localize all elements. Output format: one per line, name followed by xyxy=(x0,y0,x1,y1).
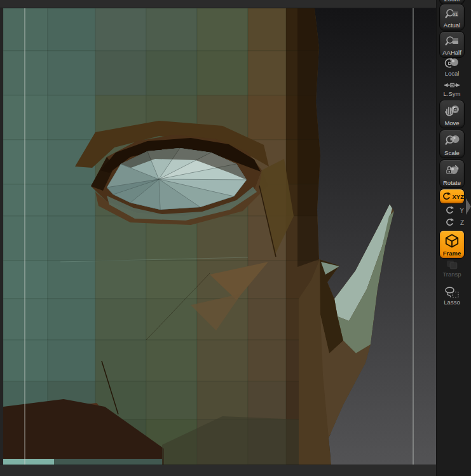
cube-icon xyxy=(440,232,464,250)
scale-sphere-icon xyxy=(440,132,464,149)
rotate-arrow-icon xyxy=(440,205,458,215)
shelf-item-aahalf[interactable]: AAHalf xyxy=(440,32,464,57)
magnifier-half-icon xyxy=(440,33,464,49)
shelf-item-label: Scale xyxy=(444,149,460,156)
magnifier-x1-icon: x1 xyxy=(440,6,464,22)
shelf-item-scale[interactable]: Scale xyxy=(440,130,464,158)
shelf-item-label: XYZ xyxy=(453,193,464,200)
shelf-item-label: AAHalf xyxy=(442,49,461,56)
shelf-item-label: L.Sym xyxy=(444,90,461,97)
shelf-item-move[interactable]: Move xyxy=(440,100,464,128)
shelf-item-label: Actual xyxy=(444,22,460,29)
shelf-item-lsym[interactable]: L.Sym xyxy=(440,81,464,99)
shelf-item-label: Frame xyxy=(443,250,461,257)
shelf-item-rotate[interactable]: Rotate xyxy=(440,160,464,187)
bottom-bar xyxy=(0,465,436,476)
shelf-item-transp: Transp xyxy=(440,261,464,279)
transparency-icon xyxy=(440,258,464,271)
shelf-item-label: Z xyxy=(460,219,464,226)
shelf-item-lasso[interactable]: Lasso xyxy=(440,287,464,307)
shelf-item-label: Lasso xyxy=(444,299,460,306)
rotate-arrow-icon xyxy=(440,217,459,228)
rotate-lock-icon xyxy=(440,161,464,179)
orbit-sphere-icon xyxy=(440,57,464,70)
top-bar xyxy=(0,0,436,8)
shelf-item-label: Rotate xyxy=(443,179,461,186)
svg-text:x1: x1 xyxy=(453,11,458,16)
shelf-item-frame[interactable]: Frame xyxy=(440,231,464,258)
right-shelf: Zoomx1ActualAAHalfLocalL.SymMoveScaleRot… xyxy=(436,0,471,476)
symmetry-axes-icon xyxy=(440,80,464,90)
shelf-item-actual[interactable]: x1Actual xyxy=(440,4,464,30)
viewport-canvas[interactable] xyxy=(0,8,436,465)
shelf-item-label: Local xyxy=(445,70,460,77)
sculpt-render xyxy=(0,8,436,465)
shelf-item-label: Zoom xyxy=(444,0,460,3)
shelf-item-xyz[interactable]: XYZ xyxy=(440,189,464,203)
shelf-item-y[interactable]: Y xyxy=(440,205,464,216)
shelf-divider-arrow-icon[interactable] xyxy=(466,198,471,215)
shelf-item-zoom[interactable]: Zoom xyxy=(440,0,464,4)
zbrush-window: Zoomx1ActualAAHalfLocalL.SymMoveScaleRot… xyxy=(0,0,471,476)
shelf-item-local[interactable]: Local xyxy=(440,59,464,78)
shelf-item-label: Y xyxy=(460,207,464,214)
rotate-arrow-icon xyxy=(440,191,452,201)
shelf-item-label: Move xyxy=(444,119,459,126)
shelf-item-z[interactable]: Z xyxy=(440,217,464,228)
lasso-icon xyxy=(440,286,464,299)
shelf-item-label: Transp xyxy=(442,271,461,278)
hand-sphere-icon xyxy=(440,102,464,119)
